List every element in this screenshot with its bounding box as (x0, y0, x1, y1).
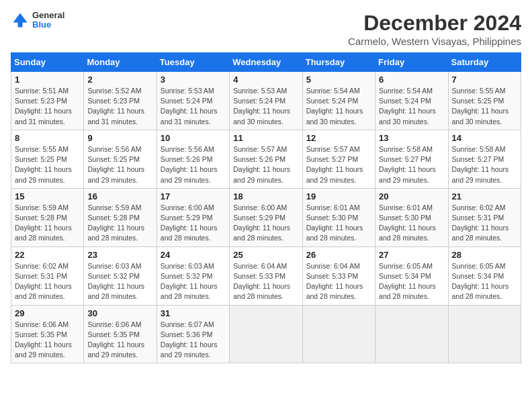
day-number: 6 (379, 75, 444, 85)
day-number: 21 (452, 191, 517, 201)
day-info: Sunrise: 5:58 AM Sunset: 5:27 PM Dayligh… (379, 144, 444, 185)
calendar-cell: 17 Sunrise: 6:00 AM Sunset: 5:29 PM Dayl… (157, 188, 229, 246)
day-info: Sunrise: 6:01 AM Sunset: 5:30 PM Dayligh… (306, 203, 371, 244)
calendar-cell: 29 Sunrise: 6:06 AM Sunset: 5:35 PM Dayl… (11, 305, 84, 363)
day-number: 10 (161, 133, 226, 143)
calendar-cell: 6 Sunrise: 5:54 AM Sunset: 5:24 PM Dayli… (375, 72, 448, 130)
day-info: Sunrise: 6:02 AM Sunset: 5:31 PM Dayligh… (15, 261, 80, 302)
day-info: Sunrise: 6:03 AM Sunset: 5:32 PM Dayligh… (87, 261, 152, 302)
calendar-cell: 23 Sunrise: 6:03 AM Sunset: 5:32 PM Dayl… (84, 246, 157, 305)
calendar-cell: 24 Sunrise: 6:03 AM Sunset: 5:32 PM Dayl… (157, 246, 229, 305)
calendar-cell: 26 Sunrise: 6:04 AM Sunset: 5:33 PM Dayl… (302, 246, 375, 305)
day-number: 3 (161, 75, 226, 85)
calendar-cell: 30 Sunrise: 6:06 AM Sunset: 5:35 PM Dayl… (84, 305, 157, 363)
logo-blue: Blue (32, 20, 64, 30)
day-info: Sunrise: 6:06 AM Sunset: 5:35 PM Dayligh… (87, 320, 152, 361)
day-number: 23 (87, 250, 152, 260)
day-number: 28 (452, 250, 517, 260)
calendar-cell (230, 305, 302, 363)
day-number: 16 (87, 191, 152, 201)
col-thursday: Thursday (302, 53, 375, 72)
calendar-cell: 28 Sunrise: 6:05 AM Sunset: 5:34 PM Dayl… (448, 246, 521, 305)
day-number: 12 (306, 133, 371, 143)
day-info: Sunrise: 5:59 AM Sunset: 5:28 PM Dayligh… (87, 203, 152, 244)
calendar-cell: 12 Sunrise: 5:57 AM Sunset: 5:27 PM Dayl… (302, 130, 375, 188)
day-info: Sunrise: 6:02 AM Sunset: 5:31 PM Dayligh… (452, 203, 517, 244)
calendar-cell: 9 Sunrise: 5:56 AM Sunset: 5:25 PM Dayli… (84, 130, 157, 188)
day-number: 30 (87, 308, 152, 318)
day-info: Sunrise: 6:00 AM Sunset: 5:29 PM Dayligh… (161, 203, 226, 244)
day-number: 20 (379, 191, 444, 201)
calendar-cell: 11 Sunrise: 5:57 AM Sunset: 5:26 PM Dayl… (230, 130, 302, 188)
logo: General Blue (11, 11, 64, 30)
calendar-cell (302, 305, 375, 363)
calendar-cell: 20 Sunrise: 6:01 AM Sunset: 5:30 PM Dayl… (375, 188, 448, 246)
col-monday: Monday (84, 53, 157, 72)
day-info: Sunrise: 5:55 AM Sunset: 5:25 PM Dayligh… (15, 144, 80, 185)
logo-icon (11, 11, 30, 30)
day-number: 24 (161, 250, 226, 260)
calendar-week-5: 29 Sunrise: 6:06 AM Sunset: 5:35 PM Dayl… (11, 305, 521, 363)
day-number: 26 (306, 250, 371, 260)
col-friday: Friday (375, 53, 448, 72)
day-number: 13 (379, 133, 444, 143)
day-number: 15 (15, 191, 80, 201)
col-tuesday: Tuesday (157, 53, 229, 72)
calendar-cell: 27 Sunrise: 6:05 AM Sunset: 5:34 PM Dayl… (375, 246, 448, 305)
day-number: 18 (233, 191, 298, 201)
calendar-body: 1 Sunrise: 5:51 AM Sunset: 5:23 PM Dayli… (11, 72, 521, 363)
month-title: December 2024 (348, 11, 521, 36)
calendar-cell: 5 Sunrise: 5:54 AM Sunset: 5:24 PM Dayli… (302, 72, 375, 130)
calendar-cell (375, 305, 448, 363)
day-info: Sunrise: 6:01 AM Sunset: 5:30 PM Dayligh… (379, 203, 444, 244)
calendar-cell: 14 Sunrise: 5:58 AM Sunset: 5:27 PM Dayl… (448, 130, 521, 188)
day-info: Sunrise: 5:56 AM Sunset: 5:25 PM Dayligh… (87, 144, 152, 185)
col-saturday: Saturday (448, 53, 521, 72)
header-row: Sunday Monday Tuesday Wednesday Thursday… (11, 53, 521, 72)
day-number: 4 (233, 75, 298, 85)
day-info: Sunrise: 6:05 AM Sunset: 5:34 PM Dayligh… (452, 261, 517, 302)
calendar-week-3: 15 Sunrise: 5:59 AM Sunset: 5:28 PM Dayl… (11, 188, 521, 246)
day-number: 11 (233, 133, 298, 143)
calendar-cell: 7 Sunrise: 5:55 AM Sunset: 5:25 PM Dayli… (448, 72, 521, 130)
calendar-cell: 31 Sunrise: 6:07 AM Sunset: 5:36 PM Dayl… (157, 305, 229, 363)
calendar-week-4: 22 Sunrise: 6:02 AM Sunset: 5:31 PM Dayl… (11, 246, 521, 305)
calendar-cell: 22 Sunrise: 6:02 AM Sunset: 5:31 PM Dayl… (11, 246, 84, 305)
day-number: 27 (379, 250, 444, 260)
day-number: 22 (15, 250, 80, 260)
day-info: Sunrise: 5:58 AM Sunset: 5:27 PM Dayligh… (452, 144, 517, 185)
calendar-cell: 18 Sunrise: 6:00 AM Sunset: 5:29 PM Dayl… (230, 188, 302, 246)
day-number: 1 (15, 75, 80, 85)
day-number: 7 (452, 75, 517, 85)
calendar-table: Sunday Monday Tuesday Wednesday Thursday… (11, 52, 521, 363)
calendar-cell: 8 Sunrise: 5:55 AM Sunset: 5:25 PM Dayli… (11, 130, 84, 188)
day-number: 2 (87, 75, 152, 85)
calendar-cell: 3 Sunrise: 5:53 AM Sunset: 5:24 PM Dayli… (157, 72, 229, 130)
day-info: Sunrise: 6:07 AM Sunset: 5:36 PM Dayligh… (161, 320, 226, 361)
day-number: 31 (161, 308, 226, 318)
day-number: 25 (233, 250, 298, 260)
day-info: Sunrise: 5:53 AM Sunset: 5:24 PM Dayligh… (161, 86, 226, 127)
calendar-cell: 15 Sunrise: 5:59 AM Sunset: 5:28 PM Dayl… (11, 188, 84, 246)
calendar-cell: 21 Sunrise: 6:02 AM Sunset: 5:31 PM Dayl… (448, 188, 521, 246)
calendar-cell: 13 Sunrise: 5:58 AM Sunset: 5:27 PM Dayl… (375, 130, 448, 188)
day-number: 5 (306, 75, 371, 85)
day-number: 8 (15, 133, 80, 143)
day-info: Sunrise: 5:56 AM Sunset: 5:26 PM Dayligh… (161, 144, 226, 185)
day-number: 19 (306, 191, 371, 201)
day-number: 9 (87, 133, 152, 143)
calendar-cell: 2 Sunrise: 5:52 AM Sunset: 5:23 PM Dayli… (84, 72, 157, 130)
day-info: Sunrise: 5:52 AM Sunset: 5:23 PM Dayligh… (87, 86, 152, 127)
day-number: 14 (452, 133, 517, 143)
day-info: Sunrise: 5:54 AM Sunset: 5:24 PM Dayligh… (306, 86, 371, 127)
logo-text: General Blue (32, 11, 64, 30)
day-number: 17 (161, 191, 226, 201)
col-sunday: Sunday (11, 53, 84, 72)
day-info: Sunrise: 5:59 AM Sunset: 5:28 PM Dayligh… (15, 203, 80, 244)
title-area: December 2024 Carmelo, Western Visayas, … (348, 11, 521, 47)
calendar-cell (448, 305, 521, 363)
logo-general: General (32, 11, 64, 20)
calendar-cell: 10 Sunrise: 5:56 AM Sunset: 5:26 PM Dayl… (157, 130, 229, 188)
day-number: 29 (15, 308, 80, 318)
day-info: Sunrise: 6:05 AM Sunset: 5:34 PM Dayligh… (379, 261, 444, 302)
